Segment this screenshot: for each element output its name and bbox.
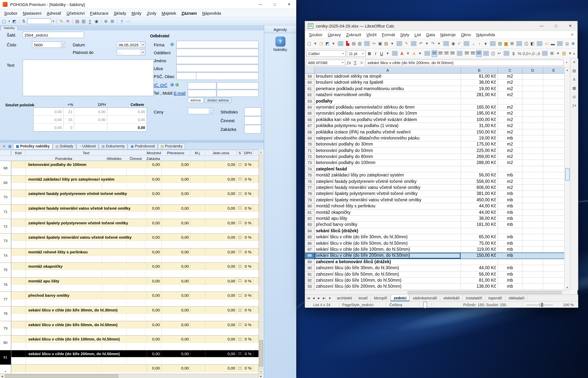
toolbar-icon[interactable] (338, 41, 343, 46)
cell-e[interactable] (543, 228, 564, 234)
cell-b[interactable]: 44,00 Kč (461, 203, 498, 209)
cell-e[interactable] (543, 111, 564, 117)
menu-item[interactable]: Vložit (364, 32, 379, 38)
cell-b[interactable]: 81,00 Kč (461, 74, 498, 80)
page-style[interactable]: PageStyle_zedníci (342, 302, 374, 308)
toolbar-icon[interactable]: ⊞ (549, 50, 555, 57)
toolbar-icon[interactable]: ▾ (436, 40, 442, 47)
cell-a[interactable]: podlahy (315, 98, 461, 105)
close-button[interactable]: ✕ (563, 21, 577, 30)
vertical-scrollbar[interactable]: ▲ ▼ (564, 67, 570, 290)
function-wizard-icon[interactable]: ƒx (346, 60, 352, 65)
zoom-slider[interactable] (527, 302, 553, 308)
spreadsheet-row[interactable]: 59 broušení sádrové stěrky na stropě 81,… (305, 74, 564, 80)
offer-item-row[interactable]: 79 sekání šlicu v cihle (do šíře 50mm, d… (0, 321, 259, 336)
toolbar-icon[interactable]: ▬ (550, 40, 556, 47)
cell-e[interactable] (543, 142, 564, 148)
formula-input[interactable]: sekání šlicu v cihle (do šíře 200mm, do … (365, 59, 563, 66)
scroll-thumb[interactable] (5, 374, 118, 378)
toolbar-icon[interactable]: Ω (564, 40, 570, 47)
cell-c[interactable]: mb (498, 191, 523, 197)
cell-c[interactable]: mb (498, 234, 523, 240)
col-text[interactable]: Text (26, 150, 147, 155)
cell-c[interactable]: m2 (498, 86, 523, 92)
cell-a[interactable]: zahození šlicu (do šíře 30mm, do hl.30mm… (315, 265, 461, 271)
cell-b[interactable]: 195,00 Kč (461, 111, 498, 117)
detail-tab[interactable]: ▦ Položky nabídky (13, 143, 52, 149)
menu-item[interactable]: Nápověda (200, 10, 224, 16)
offer-item-row[interactable]: 72 zateplení špalety polystyrenem včetně… (0, 219, 259, 234)
spreadsheet-row[interactable]: 90 zahození šlicu (do šíře 30mm, do hl.3… (305, 265, 564, 271)
row-header[interactable]: 72 (305, 154, 315, 160)
toolbar-icon[interactable]: ◧ (530, 40, 535, 47)
job-input[interactable] (244, 125, 261, 134)
toolbar-icon[interactable]: ▤ (351, 40, 357, 47)
vat-checkbox[interactable] (238, 178, 241, 180)
row-number[interactable]: 80 (0, 336, 11, 350)
cell-a[interactable]: zahození šlicu (do šíře 100mm, do hl.50m… (315, 278, 461, 284)
cell-c[interactable]: m2 (498, 148, 523, 154)
grid-horizontal-scrollbar[interactable]: ◀ ▶ (0, 374, 263, 378)
cell-d[interactable] (523, 191, 543, 197)
vat-checkbox[interactable] (238, 352, 241, 355)
spreadsheet-row[interactable]: 78 zateplení špalety polystyrenem včetně… (305, 191, 564, 197)
cell-c[interactable]: m2 (498, 117, 523, 123)
column-header-b[interactable]: B (461, 67, 498, 74)
cell-c[interactable]: m2 (498, 185, 523, 191)
cell-a[interactable]: zahození a betonování šliců (drážek) (315, 259, 461, 265)
cell-d[interactable] (523, 135, 543, 142)
cell-a[interactable]: vyrovnání podkladu samonivelační stěrkou… (315, 105, 461, 111)
cell-c[interactable]: m2 (498, 92, 523, 98)
spreadsheet-row[interactable]: 80 montáž rohové lišty s perlinkou 44,00… (305, 203, 564, 209)
spreadsheet-row[interactable]: 61 penetrace podkladu pod marmolitovou o… (305, 86, 564, 92)
spreadsheet-row[interactable]: 67 pokládka polystyrenu na podlahu (1 vr… (305, 123, 564, 129)
offer-item-row[interactable]: 73 zateplení špalety minerální vatou vče… (0, 234, 259, 248)
cell-d[interactable] (523, 154, 543, 160)
toolbar-icon[interactable]: ▨ (561, 50, 567, 57)
cell-c[interactable]: mb (498, 278, 523, 284)
number-spinner[interactable]: ▴▾ (61, 42, 65, 48)
col-stredisko[interactable]: Středisko (102, 156, 126, 161)
registry-lookup-icon[interactable] (170, 83, 174, 86)
scroll-thumb[interactable] (407, 291, 562, 294)
offer-item-row[interactable]: 77 přechod barvy omítky 0,00 0,00 0,00 0… (0, 292, 259, 307)
cell-c[interactable]: mb (498, 253, 523, 259)
cell-e[interactable] (543, 203, 564, 209)
cell-d[interactable] (523, 111, 543, 117)
scroll-thumb[interactable] (259, 340, 263, 366)
cell-c[interactable] (498, 98, 523, 105)
spreadsheet-row[interactable]: 87 sekání šlicu v cihle (do šíře 100mm, … (305, 247, 564, 253)
toolbar-icon[interactable]: ↩ (497, 50, 502, 57)
cell-d[interactable] (523, 74, 543, 80)
row-number[interactable]: 74 (0, 248, 11, 263)
vat-checkbox[interactable] (238, 207, 241, 209)
name-box-dropdown-icon[interactable]: ▾ (341, 61, 345, 64)
menu-item[interactable]: Soubor (1, 10, 20, 16)
toolbar-icon[interactable] (450, 50, 455, 57)
cell-c[interactable]: m2 (498, 111, 523, 117)
sheet-tab[interactable]: zedníci (391, 295, 410, 301)
scroll-right-icon[interactable]: ▶ (259, 374, 263, 378)
toolbar-icon[interactable] (19, 19, 19, 24)
col-preneseno[interactable]: Přeneseno (161, 150, 190, 155)
font-name-combo[interactable]: Calibri ▾ (306, 50, 346, 57)
toolbar-icon[interactable]: ◫ (523, 40, 529, 47)
sidebar-icon[interactable]: ▤ (573, 69, 576, 73)
tabbar-icon[interactable]: ▦ (7, 144, 13, 149)
row-header[interactable]: 83 (305, 222, 315, 228)
maximize-button[interactable]: □ (268, 0, 282, 9)
cell-b[interactable]: 138,00 Kč (461, 284, 498, 290)
toolbar-icon[interactable] (516, 41, 522, 46)
cell-e[interactable] (543, 166, 564, 173)
cell-b[interactable]: 31,00 Kč (461, 123, 498, 129)
row-number[interactable]: 72 (0, 219, 11, 234)
row-header[interactable]: 73 (305, 160, 315, 166)
vat-checkbox[interactable] (238, 163, 241, 166)
column-header-a[interactable]: A (315, 67, 461, 74)
toolbar-icon[interactable] (470, 50, 476, 57)
row-header[interactable]: 93 (305, 284, 315, 290)
toolbar-icon[interactable]: ✕ (65, 18, 71, 25)
cell-e[interactable] (543, 173, 564, 179)
menu-item[interactable]: Nápověda (474, 32, 498, 38)
cell-b[interactable]: 44,00 Kč (461, 209, 498, 216)
